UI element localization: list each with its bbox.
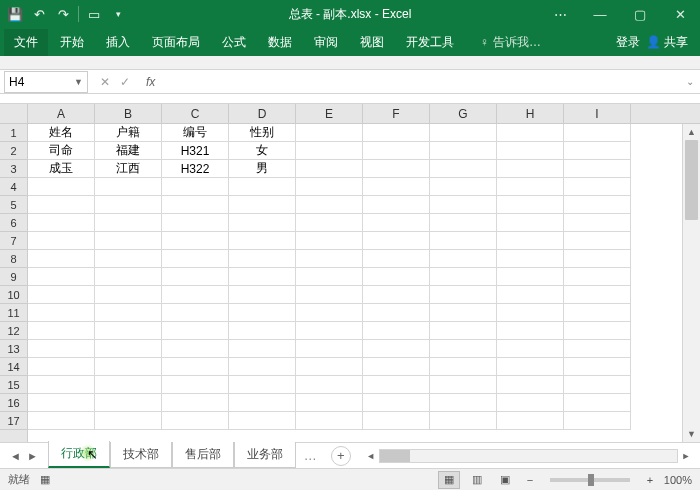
- cell[interactable]: [28, 304, 95, 322]
- horizontal-scrollbar[interactable]: ◄ ►: [363, 449, 694, 463]
- cell[interactable]: [497, 286, 564, 304]
- cell[interactable]: [497, 394, 564, 412]
- cell[interactable]: [430, 178, 497, 196]
- share-button[interactable]: 👤 共享: [646, 34, 688, 51]
- cell[interactable]: [363, 142, 430, 160]
- cell[interactable]: [564, 178, 631, 196]
- col-header[interactable]: H: [497, 104, 564, 123]
- cell[interactable]: H321: [162, 142, 229, 160]
- scroll-right-icon[interactable]: ►: [678, 451, 694, 461]
- cell[interactable]: [296, 268, 363, 286]
- cell[interactable]: [229, 268, 296, 286]
- cell[interactable]: [363, 412, 430, 430]
- cell[interactable]: [363, 178, 430, 196]
- cell[interactable]: [430, 322, 497, 340]
- hscroll-track[interactable]: [379, 449, 678, 463]
- maximize-icon[interactable]: ▢: [620, 0, 660, 28]
- cell[interactable]: [564, 376, 631, 394]
- cell[interactable]: [296, 340, 363, 358]
- cell[interactable]: [430, 358, 497, 376]
- cell[interactable]: [430, 304, 497, 322]
- vertical-scrollbar[interactable]: ▲ ▼: [682, 124, 700, 442]
- cell[interactable]: [497, 232, 564, 250]
- cell[interactable]: [564, 358, 631, 376]
- sheet-nav-prev-icon[interactable]: ◄: [10, 450, 21, 462]
- cell[interactable]: H322: [162, 160, 229, 178]
- cell[interactable]: [430, 412, 497, 430]
- cell[interactable]: [229, 394, 296, 412]
- cell[interactable]: [363, 214, 430, 232]
- scroll-left-icon[interactable]: ◄: [363, 451, 379, 461]
- col-header[interactable]: C: [162, 104, 229, 123]
- cell[interactable]: [162, 322, 229, 340]
- cell[interactable]: [162, 232, 229, 250]
- sheet-more-icon[interactable]: …: [296, 448, 325, 463]
- ribbon-options-icon[interactable]: ⋯: [540, 0, 580, 28]
- row-header[interactable]: 5: [0, 196, 27, 214]
- tab-data[interactable]: 数据: [258, 29, 302, 56]
- cell[interactable]: [497, 214, 564, 232]
- cell[interactable]: [95, 340, 162, 358]
- cell[interactable]: [95, 286, 162, 304]
- vscroll-track[interactable]: [683, 140, 700, 426]
- cell[interactable]: [497, 250, 564, 268]
- col-header[interactable]: I: [564, 104, 631, 123]
- cell[interactable]: [296, 142, 363, 160]
- cell[interactable]: [296, 286, 363, 304]
- cell[interactable]: [162, 394, 229, 412]
- cell[interactable]: [95, 376, 162, 394]
- cell[interactable]: 户籍: [95, 124, 162, 142]
- cell[interactable]: [564, 160, 631, 178]
- cell[interactable]: [363, 250, 430, 268]
- cell[interactable]: [95, 268, 162, 286]
- cell[interactable]: [296, 160, 363, 178]
- cell[interactable]: [162, 340, 229, 358]
- cell[interactable]: [497, 358, 564, 376]
- cell[interactable]: [28, 232, 95, 250]
- zoom-out-button[interactable]: −: [522, 474, 538, 486]
- view-normal-icon[interactable]: ▦: [438, 471, 460, 489]
- cell[interactable]: [95, 394, 162, 412]
- cell[interactable]: [229, 340, 296, 358]
- tab-developer[interactable]: 开发工具: [396, 29, 464, 56]
- cell[interactable]: [363, 376, 430, 394]
- cell[interactable]: [296, 124, 363, 142]
- cell[interactable]: [497, 322, 564, 340]
- cell[interactable]: [229, 358, 296, 376]
- cell[interactable]: [497, 196, 564, 214]
- cells-area[interactable]: 姓名户籍编号性别司命福建H321女成玉江西H322男: [28, 124, 682, 442]
- sheet-tab[interactable]: 技术部: [110, 442, 172, 468]
- name-box-dropdown-icon[interactable]: ▼: [74, 77, 83, 87]
- cell[interactable]: [28, 376, 95, 394]
- col-header[interactable]: G: [430, 104, 497, 123]
- cell[interactable]: [296, 196, 363, 214]
- cell[interactable]: [162, 412, 229, 430]
- cell[interactable]: [363, 322, 430, 340]
- cell[interactable]: [296, 178, 363, 196]
- cell[interactable]: [564, 250, 631, 268]
- cell[interactable]: 编号: [162, 124, 229, 142]
- tab-formulas[interactable]: 公式: [212, 29, 256, 56]
- enter-icon[interactable]: ✓: [120, 75, 130, 89]
- cell[interactable]: [95, 358, 162, 376]
- cell[interactable]: [229, 178, 296, 196]
- cell[interactable]: [162, 214, 229, 232]
- row-header[interactable]: 15: [0, 376, 27, 394]
- cell[interactable]: 姓名: [28, 124, 95, 142]
- cell[interactable]: [430, 232, 497, 250]
- qat-dropdown-icon[interactable]: ▾: [109, 5, 127, 23]
- cell[interactable]: [229, 232, 296, 250]
- new-file-icon[interactable]: ▭: [85, 5, 103, 23]
- row-header[interactable]: 4: [0, 178, 27, 196]
- select-all-corner[interactable]: [0, 104, 28, 123]
- cell[interactable]: [229, 250, 296, 268]
- cell[interactable]: [28, 214, 95, 232]
- row-header[interactable]: 11: [0, 304, 27, 322]
- cell[interactable]: [162, 286, 229, 304]
- cell[interactable]: [497, 124, 564, 142]
- row-header[interactable]: 8: [0, 250, 27, 268]
- formula-expand-icon[interactable]: ⌄: [680, 76, 700, 87]
- row-header[interactable]: 7: [0, 232, 27, 250]
- cell[interactable]: [363, 358, 430, 376]
- cell[interactable]: [28, 268, 95, 286]
